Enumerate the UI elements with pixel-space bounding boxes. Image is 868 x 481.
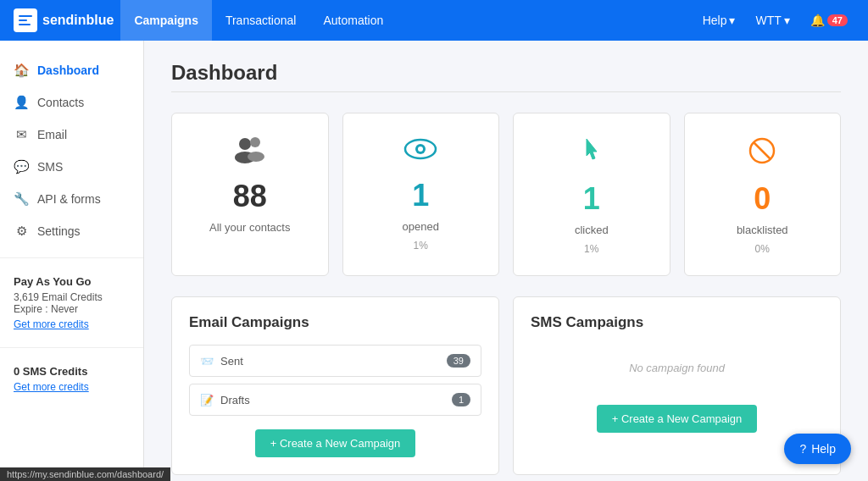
main-content: Dashboard 88 All your contacts xyxy=(144,41,868,481)
sms-campaigns-title: SMS Campaigns xyxy=(531,314,823,331)
topnav: sendinblue Campaigns Transactional Autom… xyxy=(0,0,868,41)
nav-transactional[interactable]: Transactional xyxy=(212,0,310,41)
sidebar-item-sms[interactable]: 💬 SMS xyxy=(0,151,143,183)
contacts-stat-icon xyxy=(231,134,269,172)
page-title: Dashboard xyxy=(171,61,841,85)
contacts-count: 88 xyxy=(233,179,267,214)
opened-stat-icon xyxy=(402,134,439,171)
contacts-icon: 👤 xyxy=(14,95,29,110)
stat-card-clicked: 1 clicked 1% xyxy=(513,113,670,276)
brand-logo: sendinblue xyxy=(14,8,114,32)
sent-icon: 📨 xyxy=(200,355,214,368)
title-divider xyxy=(171,91,841,92)
blacklisted-count: 0 xyxy=(754,181,771,217)
sidebar-item-email[interactable]: ✉ Email xyxy=(0,119,143,151)
topnav-links: Campaigns Transactional Automation xyxy=(120,0,695,41)
sidebar-item-api-forms[interactable]: 🔧 API & forms xyxy=(0,183,143,215)
sent-count: 39 xyxy=(447,354,470,368)
stats-row: 88 All your contacts 1 opened 1% xyxy=(171,113,841,276)
svg-line-11 xyxy=(754,142,771,159)
chevron-down-icon: ▾ xyxy=(729,14,735,27)
brand-icon xyxy=(14,8,37,32)
settings-icon: ⚙ xyxy=(14,224,29,239)
topnav-right: Help ▾ WTT ▾ 🔔 47 xyxy=(696,10,854,30)
drafts-icon: 📝 xyxy=(200,394,214,406)
contacts-label: All your contacts xyxy=(209,221,290,234)
blacklisted-stat-icon xyxy=(745,134,779,174)
nav-automation[interactable]: Automation xyxy=(309,0,397,41)
campaigns-row: Email Campaigns 📨 Sent 39 📝 Drafts 1 + C… xyxy=(171,296,841,475)
drafts-count: 1 xyxy=(452,393,470,406)
stat-card-opened: 1 opened 1% xyxy=(342,113,500,276)
notifications[interactable]: 🔔 47 xyxy=(804,10,854,30)
sidebar-divider xyxy=(0,257,143,258)
sms-credits-title: 0 SMS Credits xyxy=(14,365,130,378)
help-fab-label: Help xyxy=(811,442,836,456)
stat-card-contacts: 88 All your contacts xyxy=(171,113,329,276)
bell-icon: 🔔 xyxy=(810,14,825,27)
svg-rect-1 xyxy=(19,19,27,21)
email-campaigns-title: Email Campaigns xyxy=(189,314,481,331)
clicked-stat-icon xyxy=(575,134,609,174)
sent-item: 📨 Sent 39 xyxy=(189,345,481,377)
svg-rect-2 xyxy=(19,24,31,25)
get-more-sms-credits-link[interactable]: Get more credits xyxy=(14,381,130,393)
expire-label: Expire : Never xyxy=(14,303,130,315)
opened-percent: 1% xyxy=(414,240,428,252)
create-email-campaign-button[interactable]: + Create a New Campaign xyxy=(255,429,416,457)
help-fab-icon: ? xyxy=(799,442,806,456)
chevron-down-icon: ▾ xyxy=(784,14,790,27)
clicked-count: 1 xyxy=(583,181,600,217)
wtt-dropdown[interactable]: WTT ▾ xyxy=(748,10,796,30)
sidebar-item-contacts[interactable]: 👤 Contacts xyxy=(0,86,143,119)
sms-icon: 💬 xyxy=(14,159,29,174)
sidebar-item-dashboard[interactable]: 🏠 Dashboard xyxy=(0,54,143,86)
url-bar: https://my.sendinblue.com/dashboard/ xyxy=(0,467,170,481)
no-campaign-label: No campaign found xyxy=(531,345,823,391)
svg-point-9 xyxy=(418,147,423,152)
svg-point-4 xyxy=(250,137,260,147)
svg-point-6 xyxy=(248,152,264,162)
notif-badge: 47 xyxy=(827,14,848,26)
api-icon: 🔧 xyxy=(14,191,29,207)
email-campaigns-card: Email Campaigns 📨 Sent 39 📝 Drafts 1 + C… xyxy=(171,296,499,475)
clicked-percent: 1% xyxy=(584,243,598,255)
help-fab-button[interactable]: ? Help xyxy=(784,434,851,464)
clicked-label: clicked xyxy=(575,224,609,236)
pay-as-you-go-title: Pay As You Go xyxy=(14,275,130,288)
nav-campaigns[interactable]: Campaigns xyxy=(120,0,211,41)
sidebar: 🏠 Dashboard 👤 Contacts ✉ Email 💬 SMS 🔧 A… xyxy=(0,41,144,481)
email-icon: ✉ xyxy=(14,127,29,142)
drafts-label: Drafts xyxy=(220,394,250,406)
blacklisted-label: blacklisted xyxy=(737,224,788,236)
sidebar-divider-2 xyxy=(0,347,143,348)
get-more-email-credits-link[interactable]: Get more credits xyxy=(14,318,130,330)
pay-as-you-go-section: Pay As You Go 3,619 Email Credits Expire… xyxy=(0,268,143,337)
brand-name: sendinblue xyxy=(42,13,114,28)
sms-credits-section: 0 SMS Credits Get more credits xyxy=(0,358,143,400)
stat-card-blacklisted: 0 blacklisted 0% xyxy=(684,113,842,276)
blacklisted-percent: 0% xyxy=(755,243,770,255)
drafts-item: 📝 Drafts 1 xyxy=(189,384,481,416)
sent-label: Sent xyxy=(220,355,243,368)
opened-count: 1 xyxy=(412,178,429,213)
svg-point-3 xyxy=(239,138,251,150)
layout: 🏠 Dashboard 👤 Contacts ✉ Email 💬 SMS 🔧 A… xyxy=(0,41,868,481)
dashboard-icon: 🏠 xyxy=(14,63,29,78)
create-sms-campaign-button[interactable]: + Create a New Campaign xyxy=(597,405,758,433)
email-credits-label: 3,619 Email Credits xyxy=(14,291,130,303)
svg-rect-0 xyxy=(19,15,32,17)
sidebar-item-settings[interactable]: ⚙ Settings xyxy=(0,215,143,247)
help-dropdown[interactable]: Help ▾ xyxy=(696,10,743,30)
opened-label: opened xyxy=(403,220,439,233)
